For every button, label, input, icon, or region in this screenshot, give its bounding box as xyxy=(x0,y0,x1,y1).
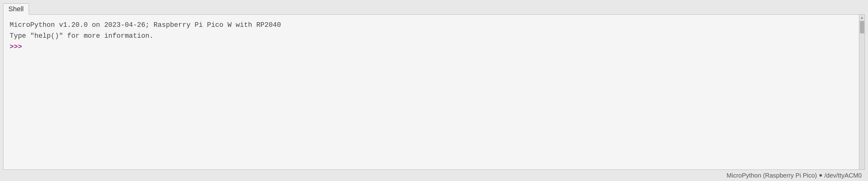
scrollbar-up-arrow[interactable]: ▲ xyxy=(860,15,864,20)
scrollbar-track[interactable]: ▲ xyxy=(859,15,865,170)
status-dot xyxy=(819,174,822,177)
shell-line-1: MicroPython v1.20.0 on 2023-04-26; Raspb… xyxy=(10,20,853,31)
tab-bar: Shell xyxy=(3,3,865,15)
scrollbar-thumb[interactable] xyxy=(860,21,864,33)
shell-tab-label: Shell xyxy=(8,5,24,13)
shell-prompt: >>> xyxy=(10,42,853,52)
status-interpreter: MicroPython (Raspberry Pi Pico) xyxy=(727,172,817,179)
status-bar: MicroPython (Raspberry Pi Pico) /dev/tty… xyxy=(0,170,868,181)
status-port: /dev/ttyACM0 xyxy=(825,172,862,179)
shell-panel: MicroPython v1.20.0 on 2023-04-26; Raspb… xyxy=(3,15,865,170)
shell-content[interactable]: MicroPython v1.20.0 on 2023-04-26; Raspb… xyxy=(3,15,859,170)
shell-tab[interactable]: Shell xyxy=(3,3,29,15)
main-container: Shell MicroPython v1.20.0 on 2023-04-26;… xyxy=(0,0,868,170)
shell-line-2: Type "help()" for more information. xyxy=(10,31,853,42)
